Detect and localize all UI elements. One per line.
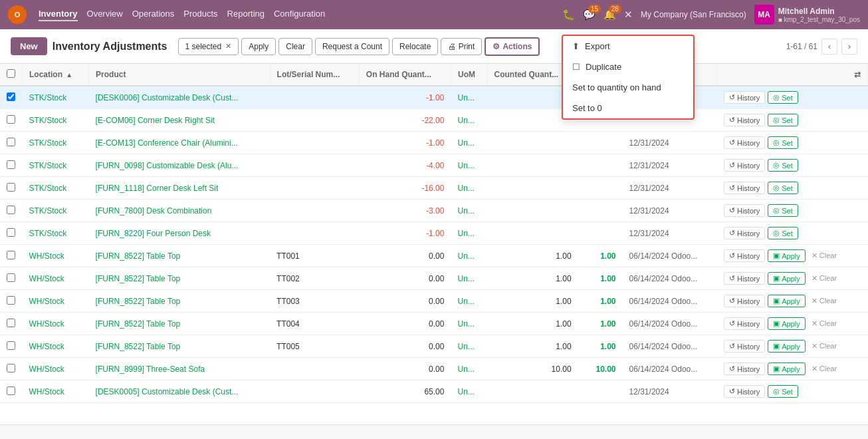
set-button[interactable]: ◎ Set — [768, 385, 798, 398]
row-counted[interactable] — [487, 222, 578, 245]
menu-configuration[interactable]: Configuration — [274, 9, 325, 21]
apply-row-button[interactable]: ▣ Apply — [768, 249, 806, 262]
row-checkbox[interactable] — [7, 228, 15, 237]
row-counted[interactable] — [487, 154, 578, 177]
selected-button[interactable]: 1 selected ✕ — [178, 38, 239, 55]
row-checkbox-cell[interactable] — [0, 109, 23, 132]
row-product[interactable]: [FURN_8522] Table Top — [89, 267, 270, 290]
history-button[interactable]: ↺ History — [724, 159, 765, 172]
menu-operations[interactable]: Operations — [132, 9, 175, 21]
row-counted[interactable] — [487, 177, 578, 200]
apply-button[interactable]: Apply — [241, 38, 276, 55]
row-counted[interactable]: 10.00 — [487, 358, 578, 380]
menu-products[interactable]: Products — [183, 9, 217, 21]
row-checkbox-cell[interactable] — [0, 358, 23, 380]
row-checkbox[interactable] — [7, 92, 15, 101]
row-checkbox-cell[interactable] — [0, 132, 23, 154]
row-checkbox[interactable] — [7, 296, 15, 305]
row-checkbox-cell[interactable] — [0, 245, 23, 267]
row-checkbox-cell[interactable] — [0, 154, 23, 177]
row-checkbox-cell[interactable] — [0, 335, 23, 358]
row-checkbox-cell[interactable] — [0, 200, 23, 222]
row-product[interactable]: [FURN_0098] Customizable Desk (Alu... — [89, 154, 270, 177]
row-counted[interactable] — [487, 380, 578, 403]
history-button[interactable]: ↺ History — [724, 114, 765, 126]
column-settings-icon[interactable]: ⇄ — [854, 70, 861, 79]
prev-page-button[interactable]: ‹ — [821, 39, 837, 55]
row-counted[interactable]: 1.00 — [487, 267, 578, 290]
row-product[interactable]: [FURN_1118] Corner Desk Left Sit — [89, 177, 270, 200]
history-button[interactable]: ↺ History — [724, 204, 765, 217]
deselect-icon[interactable]: ✕ — [225, 42, 231, 51]
row-checkbox-cell[interactable] — [0, 267, 23, 290]
row-checkbox-cell[interactable] — [0, 313, 23, 335]
bug-icon[interactable]: 🐛 — [562, 9, 575, 21]
clear-button[interactable]: Clear — [278, 38, 312, 55]
row-counted[interactable] — [487, 200, 578, 222]
apply-row-button[interactable]: ▣ Apply — [768, 295, 806, 307]
row-product[interactable]: [E-COM13] Conference Chair (Alumini... — [89, 132, 270, 154]
row-counted[interactable] — [487, 132, 578, 154]
bell-icon[interactable]: 🔔28 — [603, 9, 616, 21]
history-button[interactable]: ↺ History — [724, 182, 765, 194]
chat-icon[interactable]: 💬15 — [583, 9, 596, 21]
history-button[interactable]: ↺ History — [724, 295, 765, 307]
row-checkbox[interactable] — [7, 115, 15, 124]
clear-row-button[interactable]: ✕ Clear — [808, 295, 840, 307]
set-button[interactable]: ◎ Set — [768, 227, 798, 239]
apply-row-button[interactable]: ▣ Apply — [768, 272, 806, 285]
set-qty-on-hand-item[interactable]: Set to quantity on hand — [563, 77, 693, 98]
apply-row-button[interactable]: ▣ Apply — [768, 340, 806, 353]
row-counted[interactable]: 1.00 — [487, 313, 578, 335]
row-checkbox[interactable] — [7, 206, 15, 214]
new-button[interactable]: New — [11, 37, 47, 55]
row-product[interactable]: [FURN_8522] Table Top — [89, 335, 270, 358]
set-button[interactable]: ◎ Set — [768, 136, 798, 149]
select-all-header[interactable] — [0, 64, 23, 86]
row-checkbox[interactable] — [7, 160, 15, 169]
row-checkbox-cell[interactable] — [0, 380, 23, 403]
next-page-button[interactable]: › — [841, 39, 857, 55]
request-count-button[interactable]: Request a Count — [315, 38, 389, 55]
row-checkbox-cell[interactable] — [0, 290, 23, 313]
row-checkbox-cell[interactable] — [0, 222, 23, 245]
select-all-checkbox[interactable] — [7, 69, 15, 78]
clear-row-button[interactable]: ✕ Clear — [808, 273, 840, 284]
row-checkbox-cell[interactable] — [0, 86, 23, 109]
history-button[interactable]: ↺ History — [724, 363, 765, 375]
set-button[interactable]: ◎ Set — [768, 182, 798, 194]
row-product[interactable]: [E-COM06] Corner Desk Right Sit — [89, 109, 270, 132]
duplicate-item[interactable]: ☐ Duplicate — [563, 57, 693, 77]
row-checkbox[interactable] — [7, 341, 15, 350]
row-checkbox[interactable] — [7, 386, 15, 395]
row-checkbox[interactable] — [7, 251, 15, 259]
row-checkbox-cell[interactable] — [0, 177, 23, 200]
history-button[interactable]: ↺ History — [724, 227, 765, 239]
row-checkbox[interactable] — [7, 138, 15, 146]
history-button[interactable]: ↺ History — [724, 249, 765, 262]
apply-row-button[interactable]: ▣ Apply — [768, 363, 806, 375]
row-product[interactable]: [FURN_8522] Table Top — [89, 290, 270, 313]
col-location[interactable]: Location ▲ — [23, 64, 89, 86]
set-button[interactable]: ◎ Set — [768, 114, 798, 126]
row-checkbox[interactable] — [7, 319, 15, 327]
clear-row-button[interactable]: ✕ Clear — [808, 250, 840, 261]
row-checkbox[interactable] — [7, 364, 15, 372]
set-button[interactable]: ◎ Set — [768, 204, 798, 217]
user-menu[interactable]: MA Mitchell Admin ■ kmp_2_test_may_30_po… — [754, 5, 860, 25]
menu-reporting[interactable]: Reporting — [227, 9, 265, 21]
history-button[interactable]: ↺ History — [724, 136, 765, 149]
actions-button[interactable]: ⚙ Actions — [485, 37, 540, 56]
menu-overview[interactable]: Overview — [87, 9, 123, 21]
clear-row-button[interactable]: ✕ Clear — [808, 318, 840, 329]
export-item[interactable]: ⬆ Export — [563, 36, 693, 57]
row-checkbox[interactable] — [7, 183, 15, 192]
history-button[interactable]: ↺ History — [724, 317, 765, 330]
history-button[interactable]: ↺ History — [724, 385, 765, 398]
menu-inventory[interactable]: Inventory — [39, 9, 78, 21]
set-button[interactable]: ◎ Set — [768, 159, 798, 172]
row-product[interactable]: [FURN_8220] Four Person Desk — [89, 222, 270, 245]
row-product[interactable]: [FURN_8999] Three-Seat Sofa — [89, 358, 270, 380]
row-checkbox[interactable] — [7, 273, 15, 282]
history-button[interactable]: ↺ History — [724, 340, 765, 353]
